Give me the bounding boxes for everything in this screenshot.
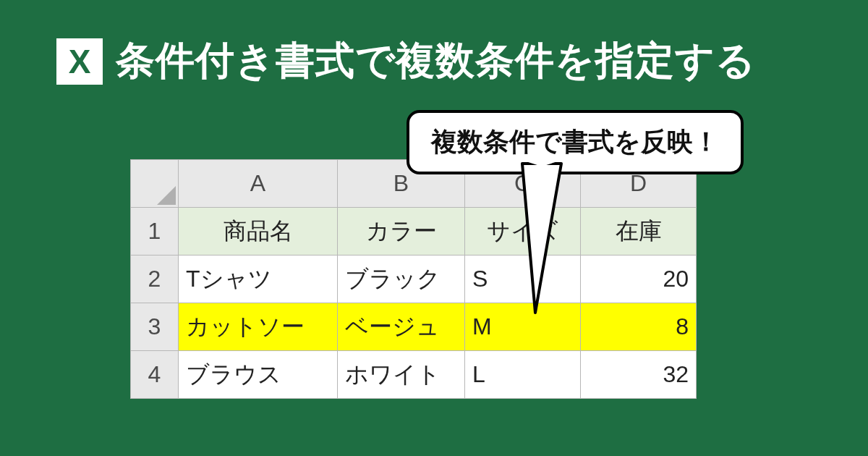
callout-bubble: 複数条件で書式を反映！	[407, 110, 744, 174]
col-header-a[interactable]: A	[179, 160, 338, 208]
cell[interactable]: カットソー	[179, 303, 338, 351]
cell[interactable]: Tシャツ	[179, 256, 338, 303]
cell[interactable]: 32	[581, 351, 697, 399]
table-row: 2 Tシャツ ブラック S 20	[131, 256, 697, 303]
cell[interactable]: ブラック	[338, 256, 465, 303]
cell[interactable]: 8	[581, 303, 697, 351]
page-title: 条件付き書式で複数条件を指定する	[116, 35, 756, 88]
cell[interactable]: ホワイト	[338, 351, 465, 399]
cell[interactable]: カラー	[338, 208, 465, 256]
table-row-highlighted: 3 カットソー ベージュ M 8	[131, 303, 697, 351]
table-row: 1 商品名 カラー サイズ 在庫	[131, 208, 697, 256]
excel-icon: X	[56, 38, 103, 85]
row-header-1[interactable]: 1	[131, 208, 179, 256]
cell[interactable]: サイズ	[465, 208, 581, 256]
cell[interactable]: 商品名	[179, 208, 338, 256]
row-header-2[interactable]: 2	[131, 256, 179, 303]
cell[interactable]: S	[465, 256, 581, 303]
cell[interactable]: 在庫	[581, 208, 697, 256]
select-all-corner[interactable]	[131, 160, 179, 208]
cell[interactable]: ベージュ	[338, 303, 465, 351]
row-header-3[interactable]: 3	[131, 303, 179, 351]
sheet-table[interactable]: A B C D 1 商品名 カラー サイズ 在庫 2 Tシャツ ブラック S 2…	[130, 159, 697, 399]
cell[interactable]: L	[465, 351, 581, 399]
cell[interactable]: M	[465, 303, 581, 351]
select-all-triangle-icon	[157, 186, 176, 205]
cell[interactable]: ブラウス	[179, 351, 338, 399]
spreadsheet: A B C D 1 商品名 カラー サイズ 在庫 2 Tシャツ ブラック S 2…	[130, 159, 697, 399]
svg-marker-2	[157, 186, 176, 205]
callout: 複数条件で書式を反映！	[407, 110, 744, 174]
cell[interactable]: 20	[581, 256, 697, 303]
table-row: 4 ブラウス ホワイト L 32	[131, 351, 697, 399]
header: X 条件付き書式で複数条件を指定する	[0, 0, 868, 88]
row-header-4[interactable]: 4	[131, 351, 179, 399]
